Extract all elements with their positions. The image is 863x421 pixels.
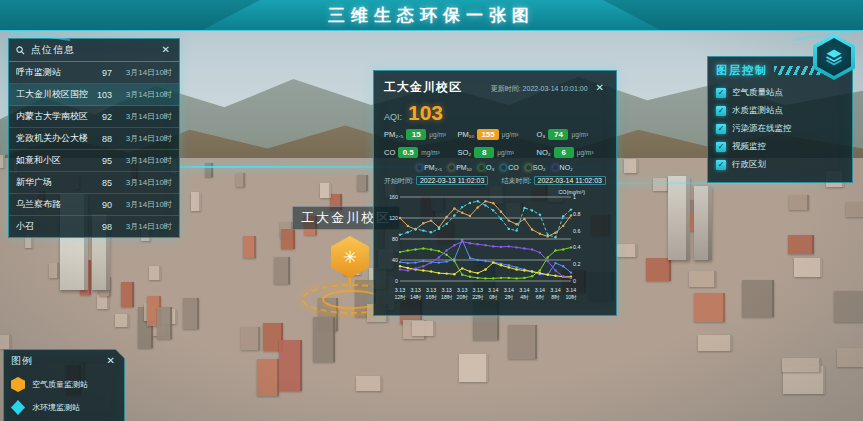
legend-chip-dot (526, 165, 531, 170)
svg-text:0: 0 (395, 278, 398, 284)
svg-text:3.13: 3.13 (457, 287, 467, 293)
legend-chip-dot (449, 165, 454, 170)
station-row[interactable]: 小召 98 3月14日10时 (9, 216, 179, 237)
checkbox-checked-icon[interactable]: ✓ (716, 160, 726, 170)
station-time: 3月14日10时 (112, 199, 172, 210)
legend-item: 空气质量监测站 (11, 373, 117, 396)
station-aqi: 88 (88, 134, 112, 144)
station-name: 呼市监测站 (16, 66, 88, 79)
end-time-label: 结束时间: (502, 177, 532, 184)
station-row[interactable]: 如意和小区 95 3月14日10时 (9, 150, 179, 172)
legend-chip-dot (501, 165, 506, 170)
legend-chip-label: O₃ (486, 164, 494, 171)
svg-text:3.14: 3.14 (550, 287, 560, 293)
pollutant-unit: mg/m³ (421, 149, 439, 156)
legend-chip[interactable]: O₃ (479, 164, 494, 171)
update-time: 更新时间: 2022-03-14 10:01:00 (468, 84, 588, 94)
legend-chip-label: NO₂ (560, 164, 573, 171)
close-icon[interactable]: ✕ (105, 354, 117, 368)
layer-item[interactable]: ✓ 视频监控 (716, 138, 844, 156)
pollutant-name: CO (384, 148, 395, 157)
legend-chip[interactable]: SO₂ (526, 164, 546, 171)
layer-items: ✓ 空气质量站点 ✓ 水质监测站点 ✓ 污染源在线监控 ✓ 视频监控 ✓ 行政区… (716, 84, 844, 174)
layer-item-label: 空气质量站点 (732, 87, 783, 99)
aqi-row: AQI: 103 (384, 101, 606, 125)
station-row[interactable]: 党政机关办公大楼 88 3月14日10时 (9, 128, 179, 150)
svg-text:6时: 6时 (536, 294, 545, 300)
station-time: 3月14日10时 (112, 67, 172, 78)
svg-text:120: 120 (389, 215, 398, 221)
layer-item[interactable]: ✓ 污染源在线监控 (716, 120, 844, 138)
station-marker-icon: ✳ (343, 249, 357, 266)
pollutant-value: 6 (554, 147, 574, 158)
layer-item-label: 行政区划 (732, 159, 766, 171)
svg-text:22时: 22时 (472, 294, 484, 300)
checkbox-checked-icon[interactable]: ✓ (716, 88, 726, 98)
svg-text:3.13: 3.13 (441, 287, 451, 293)
svg-text:3.13: 3.13 (473, 287, 483, 293)
aqi-label: AQI: (384, 112, 402, 122)
pollutant-cell: SO₂ 8 μg/m³ (457, 147, 532, 158)
svg-text:0.2: 0.2 (573, 261, 580, 267)
pollutant-unit: μg/m³ (497, 149, 514, 156)
start-time-input[interactable]: 2022-03-13 11:02:03 (416, 176, 488, 185)
checkbox-checked-icon[interactable]: ✓ (716, 124, 726, 134)
svg-text:3.13: 3.13 (410, 287, 420, 293)
legend-items: 空气质量监测站 水环境监测站 (11, 373, 117, 419)
svg-text:0时: 0时 (489, 294, 498, 300)
legend-chip-label: SO₂ (533, 164, 546, 171)
svg-text:2时: 2时 (505, 294, 514, 300)
station-name: 如意和小区 (16, 154, 88, 167)
layer-item[interactable]: ✓ 水质监测站点 (716, 102, 844, 120)
svg-text:3.13: 3.13 (426, 287, 436, 293)
end-time-group: 结束时间: 2022-03-14 11:02:03 (502, 176, 606, 186)
station-row[interactable]: 呼市监测站 97 3月14日10时 (9, 62, 179, 84)
legend-chip-label: PM₁₀ (456, 164, 472, 171)
layer-panel-title: 图层控制 (716, 63, 768, 78)
landmark-building (668, 176, 690, 260)
legend-chip[interactable]: PM₂.₅ (417, 164, 442, 171)
pollutant-unit: μg/m³ (429, 131, 446, 138)
svg-text:160: 160 (389, 194, 398, 200)
legend-chip[interactable]: CO (501, 164, 519, 171)
popup-header: 工大金川校区 更新时间: 2022-03-14 10:01:00 ✕ (384, 79, 606, 96)
station-row[interactable]: 新华广场 85 3月14日10时 (9, 172, 179, 194)
station-time: 3月14日10时 (112, 111, 172, 122)
legend-chip-label: PM₂.₅ (424, 164, 442, 171)
svg-text:3.14: 3.14 (519, 287, 529, 293)
legend-chip[interactable]: NO₂ (553, 164, 573, 171)
station-name: 乌兰察布路 (16, 198, 88, 211)
pollutant-name: NO₂ (537, 148, 551, 157)
station-time: 3月14日10时 (112, 89, 172, 100)
update-time-label: 更新时间: (491, 85, 521, 92)
station-aqi: 92 (88, 112, 112, 122)
svg-text:14时: 14时 (410, 294, 422, 300)
station-row[interactable]: 工大金川校区国控 103 3月14日10时 (9, 84, 179, 106)
series-legend: PM₂.₅ PM₁₀ O₃ CO SO₂ NO₂ (384, 164, 606, 171)
station-aqi: 90 (88, 200, 112, 210)
station-name: 小召 (16, 220, 88, 233)
svg-text:20时: 20时 (457, 294, 469, 300)
app-header: 三维生态环保一张图 (0, 0, 863, 31)
layer-item[interactable]: ✓ 空气质量站点 (716, 84, 844, 102)
legend-chip-dot (417, 165, 422, 170)
legend-chip[interactable]: PM₁₀ (449, 164, 472, 171)
svg-text:12时: 12时 (394, 294, 406, 300)
layer-item[interactable]: ✓ 行政区划 (716, 156, 844, 174)
time-range-row: 开始时间: 2022-03-13 11:02:03 结束时间: 2022-03-… (384, 176, 606, 186)
close-icon[interactable]: ✕ (160, 43, 172, 57)
station-row[interactable]: 乌兰察布路 90 3月14日10时 (9, 194, 179, 216)
legend-chip-dot (479, 165, 484, 170)
end-time-input[interactable]: 2022-03-14 11:02:03 (534, 176, 606, 185)
station-row[interactable]: 内蒙古大学南校区 92 3月14日10时 (9, 106, 179, 128)
station-rows: 呼市监测站 97 3月14日10时 工大金川校区国控 103 3月14日10时 … (9, 62, 179, 237)
checkbox-checked-icon[interactable]: ✓ (716, 142, 726, 152)
station-aqi: 95 (88, 156, 112, 166)
pollutant-value: 155 (477, 129, 498, 140)
close-icon[interactable]: ✕ (594, 81, 606, 95)
svg-text:3.14: 3.14 (488, 287, 498, 293)
checkbox-checked-icon[interactable]: ✓ (716, 106, 726, 116)
hexagon-marker-icon (11, 377, 25, 392)
svg-text:3.14: 3.14 (504, 287, 514, 293)
start-time-label: 开始时间: (384, 177, 414, 184)
